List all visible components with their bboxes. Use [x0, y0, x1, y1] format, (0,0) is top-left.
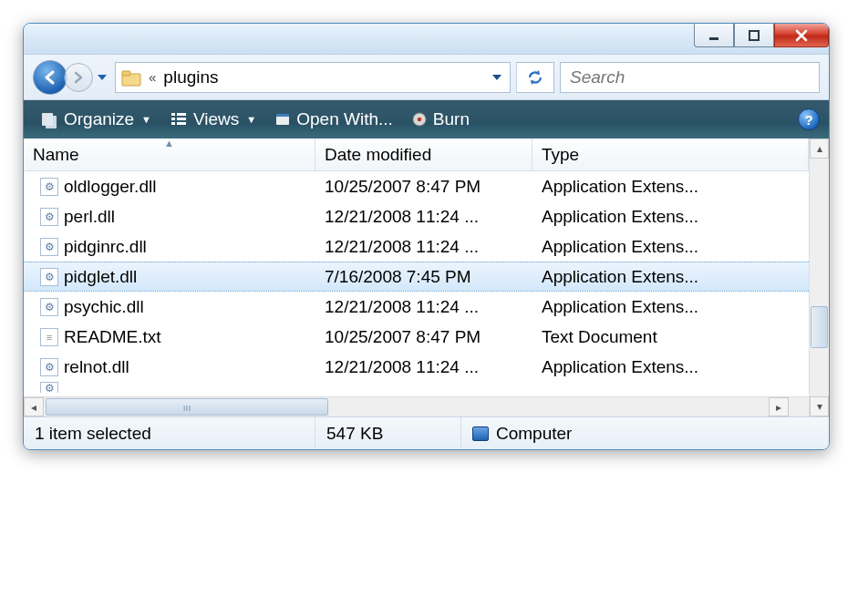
- hscroll-track[interactable]: ııı: [44, 397, 769, 416]
- file-date-cell: 12/21/2008 11:24 ...: [315, 237, 532, 257]
- vscroll-track[interactable]: [810, 159, 829, 396]
- open-with-button[interactable]: Open With...: [267, 106, 400, 133]
- command-bar: Organize ▼ Views ▼ Open With... Burn ?: [24, 100, 829, 139]
- views-menu[interactable]: Views ▼: [162, 106, 264, 133]
- help-icon: ?: [804, 112, 812, 128]
- status-selection-text: 1 item selected: [35, 424, 151, 444]
- svg-rect-6: [171, 113, 175, 116]
- dll-file-icon: [40, 298, 58, 316]
- recent-locations-dropdown[interactable]: [95, 71, 109, 84]
- help-button[interactable]: ?: [798, 108, 820, 130]
- file-type-cell: Application Extens...: [532, 207, 809, 227]
- file-name-cell: oldlogger.dll: [24, 177, 315, 197]
- horizontal-scrollbar[interactable]: ◂ ııı ▸: [24, 396, 809, 416]
- file-name-cell: perl.dll: [24, 207, 315, 227]
- svg-rect-11: [177, 122, 186, 125]
- file-type-text: Application Extens...: [542, 297, 698, 316]
- file-type-cell: Application Extens...: [532, 237, 809, 257]
- file-row[interactable]: README.txt10/25/2007 8:47 PMText Documen…: [24, 322, 809, 352]
- explorer-window: « plugins Organize ▼: [23, 23, 830, 450]
- navigation-bar: « plugins: [24, 55, 829, 100]
- svg-rect-0: [709, 37, 718, 40]
- file-row[interactable]: relnot.dll12/21/2008 11:24 ...Applicatio…: [24, 352, 809, 382]
- file-type-cell: Text Document: [532, 327, 809, 347]
- file-name-cell: psychic.dll: [24, 297, 315, 317]
- file-row[interactable]: psychic.dll12/21/2008 11:24 ...Applicati…: [24, 292, 809, 322]
- views-label: Views: [193, 109, 239, 129]
- column-header-name[interactable]: ▲ Name: [24, 139, 315, 170]
- svg-rect-10: [171, 122, 175, 125]
- scroll-left-button[interactable]: ◂: [24, 397, 44, 416]
- chevron-down-icon: ▼: [141, 114, 151, 125]
- scroll-corner: [789, 397, 809, 416]
- address-bar[interactable]: « plugins: [115, 62, 511, 93]
- file-date-text: 12/21/2008 11:24 ...: [325, 357, 479, 376]
- file-type-text: Application Extens...: [542, 207, 698, 226]
- file-row[interactable]: pidglet.dll7/16/2008 7:45 PMApplication …: [24, 262, 809, 292]
- column-header-type[interactable]: Type: [532, 139, 809, 170]
- organize-icon: [40, 110, 58, 128]
- file-date-cell: 12/21/2008 11:24 ...: [315, 357, 532, 377]
- svg-text:ııı: ııı: [183, 403, 191, 413]
- file-name-text: pidginrc.dll: [64, 237, 147, 257]
- file-date-text: 7/16/2008 7:45 PM: [325, 267, 471, 286]
- file-name-cell: relnot.dll: [24, 357, 315, 377]
- status-selection: 1 item selected: [24, 417, 315, 449]
- file-date-text: 10/25/2007 8:47 PM: [325, 177, 481, 196]
- chevron-down-icon: ▼: [246, 114, 256, 125]
- address-dropdown[interactable]: [490, 73, 504, 82]
- column-name-label: Name: [33, 145, 79, 165]
- file-date-cell: 7/16/2008 7:45 PM: [315, 267, 532, 287]
- scroll-up-button[interactable]: ▴: [810, 139, 829, 159]
- dll-file-icon: [40, 238, 58, 256]
- file-type-cell: Application Extens...: [532, 357, 809, 377]
- file-type-text: Application Extens...: [542, 267, 698, 286]
- dll-file-icon: [40, 178, 58, 196]
- dll-file-icon: [40, 208, 58, 226]
- folder-icon: [121, 68, 141, 87]
- text-file-icon: [40, 328, 58, 346]
- file-type-cell: Application Extens...: [532, 297, 809, 317]
- svg-rect-3: [122, 71, 130, 76]
- grip-icon: ııı: [47, 399, 327, 415]
- refresh-button[interactable]: [516, 62, 554, 93]
- open-with-label: Open With...: [296, 109, 393, 129]
- file-row[interactable]: pidginrc.dll12/21/2008 11:24 ...Applicat…: [24, 231, 809, 262]
- search-box[interactable]: [560, 62, 820, 93]
- minimize-button[interactable]: [694, 24, 734, 47]
- file-row-partial: [24, 382, 809, 396]
- hscroll-thumb[interactable]: ııı: [46, 398, 328, 416]
- dll-file-icon: [40, 382, 58, 393]
- maximize-button[interactable]: [734, 24, 774, 47]
- computer-icon: [472, 426, 489, 441]
- file-date-text: 12/21/2008 11:24 ...: [325, 237, 479, 256]
- breadcrumb-current[interactable]: plugins: [163, 67, 218, 87]
- organize-label: Organize: [64, 109, 134, 129]
- file-row[interactable]: perl.dll12/21/2008 11:24 ...Application …: [24, 201, 809, 231]
- vscroll-thumb[interactable]: [811, 306, 828, 348]
- burn-icon: [411, 111, 428, 128]
- file-name-text: psychic.dll: [64, 297, 144, 317]
- back-button[interactable]: [33, 60, 67, 95]
- column-type-label: Type: [542, 145, 579, 165]
- organize-menu[interactable]: Organize ▼: [33, 106, 159, 133]
- column-date-label: Date modified: [325, 145, 431, 165]
- file-row[interactable]: oldlogger.dll10/25/2007 8:47 PMApplicati…: [24, 171, 809, 201]
- forward-button[interactable]: [64, 63, 93, 92]
- file-name-text: relnot.dll: [64, 357, 129, 377]
- scroll-down-button[interactable]: ▾: [810, 396, 829, 416]
- sort-ascending-icon: ▲: [164, 138, 174, 149]
- vertical-scrollbar[interactable]: ▴ ▾: [809, 139, 829, 416]
- search-input[interactable]: [570, 67, 810, 87]
- file-name-text: perl.dll: [64, 207, 115, 227]
- burn-button[interactable]: Burn: [404, 106, 477, 133]
- column-headers: ▲ Name Date modified Type: [24, 139, 809, 171]
- scroll-right-button[interactable]: ▸: [769, 397, 789, 416]
- close-button[interactable]: [774, 24, 829, 47]
- svg-rect-13: [276, 114, 289, 117]
- column-header-date[interactable]: Date modified: [315, 139, 532, 170]
- file-name-cell: pidginrc.dll: [24, 237, 315, 257]
- file-date-text: 12/21/2008 11:24 ...: [325, 207, 479, 226]
- file-name-text: README.txt: [64, 327, 161, 347]
- window-controls: [694, 24, 829, 47]
